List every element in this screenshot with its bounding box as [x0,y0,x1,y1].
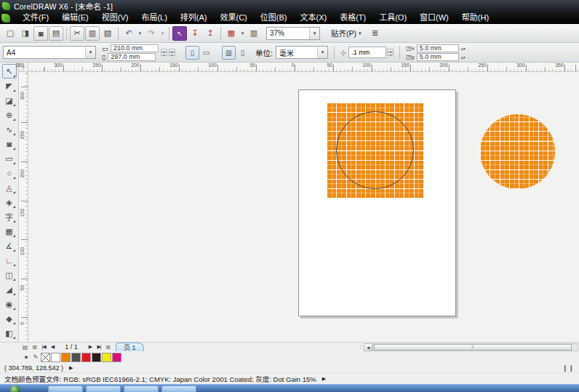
scrollbar-thumb[interactable]: ≡ [374,344,572,351]
menu-item-arrange[interactable]: 排列(A) [174,12,214,24]
nudge-offset-field[interactable]: .1 mm [348,47,386,58]
previous-page-button[interactable]: ◀ [48,344,57,350]
print-button[interactable]: ▤ [49,26,63,41]
page-tab[interactable]: 页 1 [116,343,144,352]
taskbar-app-button[interactable] [124,385,159,392]
welcome-screen-button[interactable]: ▥ [247,26,261,41]
duplicate-x-field[interactable]: 5.0 mm [417,44,459,52]
paper-size-spinner[interactable]: ▴ ▾ [161,49,167,56]
options-button[interactable]: ≣ [368,26,383,41]
paper-size-spinner-2[interactable]: ▴ ▾ [169,49,175,56]
swatch-red[interactable] [81,353,91,362]
drawing-canvas[interactable] [28,72,579,342]
fill-tool[interactable]: ◆ [2,311,17,326]
swatch-magenta[interactable] [112,353,121,362]
corel-app-icon[interactable] [1,14,10,23]
menu-item-layout[interactable]: 布局(L) [135,12,173,24]
spin-down-icon[interactable]: ▾ [161,52,167,56]
next-page-button[interactable]: ▶ [86,344,95,350]
menu-item-text[interactable]: 文本(X) [293,12,333,24]
menu-item-tools[interactable]: 工具(O) [372,12,413,24]
paper-size-dropdown-icon[interactable]: ▾ [85,47,95,58]
dimension-tool[interactable]: ∡ [2,239,17,253]
menu-item-table[interactable]: 表格(T) [333,12,372,24]
interactive-fill-tool[interactable]: ◧ [2,326,17,340]
horizontal-scrollbar[interactable]: ◀ ≡ [364,343,578,351]
landscape-orientation-button[interactable]: ▭ [199,46,213,60]
cut-button[interactable]: ✂ [70,26,84,41]
table-tool[interactable]: ▦ [2,224,17,239]
ellipse-tool[interactable]: ○ [2,166,17,180]
menu-item-window[interactable]: 窗口(W) [413,12,455,24]
redo-button[interactable]: ↷ [144,26,159,41]
start-button[interactable] [10,385,20,392]
open-button[interactable]: ◨ [18,26,33,41]
units-combobox[interactable]: 毫米 ▾ [276,46,328,59]
scrollbar-splitter[interactable]: ⁞ [358,344,363,351]
all-pages-button[interactable]: ▥ [222,46,236,60]
save-button[interactable]: ◙ [33,26,48,41]
snap-to-dropdown[interactable]: 贴齐(P) ▾ [328,26,364,41]
add-page-icon-2[interactable]: ⊞ [103,344,113,351]
taskbar-app-button[interactable] [161,385,196,392]
redo-dropdown[interactable]: ▾ [159,26,166,41]
units-dropdown-icon[interactable]: ▾ [317,47,327,58]
orange-grid-circle[interactable] [480,114,555,189]
search-content-button[interactable]: ↖ [172,26,187,41]
paper-height-field[interactable]: 297.0 mm [108,53,156,61]
freehand-tool[interactable]: ∿ [2,122,17,137]
menu-item-view[interactable]: 视图(V) [95,12,135,24]
connector-tool[interactable]: ∟ [2,253,17,268]
current-page-button[interactable]: ▯ [236,46,249,60]
nudge-spinner[interactable]: ▴ ▾ [387,49,394,56]
smart-fill-tool[interactable]: ◙ [2,137,17,151]
pick-tool[interactable]: ↖ [2,64,17,79]
text-tool[interactable]: 字 [2,209,17,224]
color-eyedropper-tool[interactable]: ◢ [2,282,17,297]
portrait-orientation-button[interactable]: ▯ [185,46,199,60]
rectangle-tool[interactable]: ▭ [2,151,17,166]
scrollbar-track[interactable]: ≡ [372,343,578,351]
profile-expand-icon[interactable]: ▶ [322,376,326,382]
swatch-black[interactable] [92,353,101,362]
duplicate-y-field[interactable]: 5.0 mm [417,53,459,61]
page-flip-icon[interactable]: ▤ [20,344,30,351]
swatch-yellow[interactable] [102,353,111,362]
copy-button[interactable]: ▥ [85,26,100,41]
zoom-dropdown-icon[interactable]: ▾ [309,28,319,39]
menu-item-effects[interactable]: 效果(C) [214,12,254,24]
last-page-button[interactable]: ▶| [95,344,103,350]
duplicate-x-spinner[interactable]: ▴▾ [461,46,466,51]
add-page-icon[interactable]: ⊞ [30,344,39,351]
status-expand-icon[interactable]: ▶ [69,365,73,371]
first-page-button[interactable]: |◀ [39,344,48,350]
outline-pen-tool[interactable]: ◉ [2,297,17,311]
swatch-white[interactable] [51,353,60,362]
eyedropper-icon[interactable]: ✎ [31,353,40,361]
application-launcher-button[interactable]: ▦ [224,26,239,41]
basic-shapes-tool[interactable]: ◈ [2,195,17,209]
swatch-orange[interactable] [61,353,71,362]
fill-reference-icon[interactable]: ● [22,353,31,361]
shape-tool[interactable]: ◤ [2,79,17,93]
crop-tool[interactable]: ◪ [2,93,17,108]
menu-item-help[interactable]: 帮助(H) [455,12,495,24]
paste-button[interactable]: ▧ [100,26,115,41]
scroll-left-button[interactable]: ◀ [364,343,372,351]
swatch-no-color[interactable] [41,353,50,362]
spin-down-icon[interactable]: ▾ [387,52,394,56]
swatch-gray[interactable] [71,353,81,362]
paper-size-combobox[interactable]: A4 ▾ [3,46,96,59]
undo-button[interactable]: ↶ [121,26,136,41]
zoom-level-combobox[interactable]: 37% ▾ [266,27,320,40]
blend-tool[interactable]: ◫ [2,268,17,282]
circle-outline-shape[interactable] [336,111,414,189]
taskbar-app-button[interactable] [48,385,83,392]
undo-dropdown[interactable]: ▾ [137,26,143,41]
menu-item-file[interactable]: 文件(F) [16,12,55,24]
polygon-tool[interactable]: ◬ [2,180,17,195]
taskbar-app-button[interactable] [86,385,121,392]
import-button[interactable]: ↧ [188,26,202,41]
application-launcher-dropdown[interactable]: ▾ [239,26,246,41]
spin-down-icon[interactable]: ▾ [169,52,175,56]
